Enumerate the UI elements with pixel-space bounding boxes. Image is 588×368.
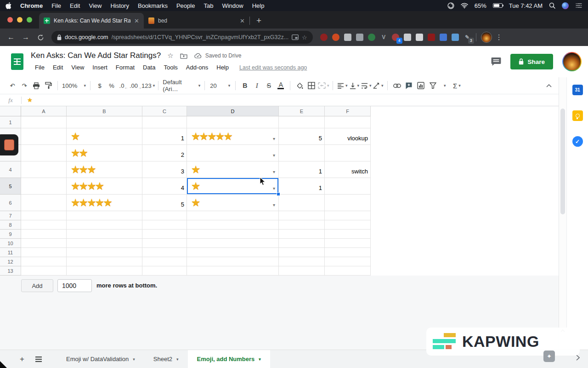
share-button[interactable]: Share (510, 54, 553, 69)
cell-C3[interactable]: 2 (142, 145, 187, 161)
menu-edit[interactable]: Edit (49, 63, 67, 72)
reload-button[interactable] (34, 34, 47, 41)
extension-icon-7[interactable]: 4 (392, 34, 400, 41)
wifi-icon[interactable] (461, 3, 468, 8)
cell-B11[interactable] (67, 248, 142, 257)
lock-icon[interactable] (57, 34, 62, 40)
formula-bar[interactable]: fx ★ (0, 94, 559, 106)
sheet-tab-menu-icon[interactable]: ▾ (176, 357, 179, 362)
cell-A6[interactable] (21, 195, 67, 211)
sheet-tab-menu-icon[interactable]: ▾ (259, 357, 261, 362)
cell-B12[interactable] (67, 257, 142, 266)
menubar-item-history[interactable]: History (110, 2, 129, 9)
borders-button[interactable] (305, 80, 317, 92)
scroll-tabs-right-icon[interactable] (576, 355, 580, 361)
row-header-8[interactable]: 8 (0, 220, 21, 230)
cell-D1[interactable] (187, 116, 279, 128)
row-header-9[interactable]: 9 (0, 230, 21, 239)
extension-icon-3[interactable] (344, 34, 352, 41)
row-header-13[interactable]: 13 (0, 266, 21, 276)
column-header-F[interactable]: F (325, 106, 371, 116)
insert-chart-button[interactable] (415, 80, 427, 92)
filter-button[interactable] (427, 80, 439, 92)
cell-F2[interactable]: vlookup (325, 128, 371, 145)
sheets-logo-icon[interactable] (11, 53, 23, 70)
cell-D9[interactable] (187, 230, 279, 239)
cell-C12[interactable] (142, 257, 187, 266)
screen-recorder-stop-overlay[interactable] (0, 134, 18, 155)
row-header-12[interactable]: 12 (0, 257, 21, 266)
grid[interactable]: ABCDEF12★1★★★★★▾5vlookup3★★2▾4★★★3★▾1swi… (0, 106, 371, 276)
browser-tab-bed[interactable]: bed ✕ (144, 13, 249, 29)
cell-D10[interactable] (187, 239, 279, 248)
cell-A2[interactable] (21, 128, 67, 145)
cell-D7[interactable] (187, 211, 279, 220)
extension-icon-11[interactable] (440, 34, 447, 41)
cell-C1[interactable] (142, 116, 187, 128)
add-rows-button[interactable]: Add (21, 279, 53, 292)
sheet-tab-emoji-add-numbers[interactable]: Emoji, add Numbers▾ (188, 350, 270, 368)
filter-views-button[interactable]: ▾ (439, 80, 451, 92)
extension-icon-4[interactable] (356, 34, 364, 41)
row-header-5[interactable]: 5 (0, 178, 21, 195)
new-tab-button[interactable]: + (253, 16, 265, 26)
cell-D2[interactable]: ★★★★★▾ (187, 128, 279, 145)
picture-in-picture-icon[interactable] (292, 34, 299, 40)
insert-link-button[interactable] (391, 80, 403, 92)
column-header-C[interactable]: C (142, 106, 187, 116)
data-validation-dropdown-icon[interactable]: ▾ (273, 186, 275, 191)
cell-C13[interactable] (142, 266, 187, 276)
zoom-select[interactable]: 100%▾ (61, 80, 87, 92)
vertical-scrollbar[interactable] (559, 77, 566, 350)
column-header-D[interactable]: D (187, 106, 279, 116)
move-to-folder-icon[interactable] (180, 53, 187, 59)
cell-B10[interactable] (67, 239, 142, 248)
cell-F13[interactable] (325, 266, 371, 276)
row-header-6[interactable]: 6 (0, 195, 21, 211)
row-header-11[interactable]: 11 (0, 248, 21, 257)
browser-menu-icon[interactable]: ⋮ (496, 33, 503, 41)
browser-tab-active[interactable]: Ken Asks: Can We Add Star Ra ✕ (39, 13, 144, 29)
extension-icon-6[interactable]: V (380, 34, 388, 41)
cell-E3[interactable] (279, 145, 325, 161)
cell-C5[interactable]: 4 (142, 178, 187, 195)
cell-F7[interactable] (325, 211, 371, 220)
comment-history-icon[interactable] (491, 57, 501, 66)
selection-fill-handle[interactable] (277, 192, 280, 196)
extension-icon-13[interactable]: ✎3 (464, 34, 471, 41)
column-header-A[interactable]: A (21, 106, 67, 116)
grid-corner[interactable] (0, 106, 21, 116)
menubar-item-window[interactable]: Window (222, 2, 243, 9)
cell-B4[interactable]: ★★★ (67, 161, 142, 178)
add-sheet-button[interactable]: + (14, 350, 30, 368)
extension-icon-10[interactable] (428, 34, 435, 41)
more-formats-button[interactable]: 123▾ (141, 80, 155, 92)
browser-profile-avatar[interactable] (481, 32, 492, 43)
sheet-tab-menu-icon[interactable]: ▾ (133, 357, 135, 362)
menu-insert[interactable]: Insert (88, 63, 112, 72)
cell-F9[interactable] (325, 230, 371, 239)
cell-F12[interactable] (325, 257, 371, 266)
menu-tools[interactable]: Tools (159, 63, 181, 72)
bold-button[interactable]: B (239, 80, 251, 92)
spotlight-search-icon[interactable] (549, 2, 555, 9)
cell-A1[interactable] (21, 116, 67, 128)
keep-icon[interactable] (572, 110, 583, 121)
tab-close-icon[interactable]: ✕ (240, 17, 245, 24)
cell-B8[interactable] (67, 220, 142, 230)
cell-B5[interactable]: ★★★★ (67, 178, 142, 195)
cell-A5[interactable] (21, 178, 67, 195)
menu-file[interactable]: File (31, 63, 49, 72)
cell-E2[interactable]: 5 (279, 128, 325, 145)
window-minimize-button[interactable] (17, 17, 23, 23)
font-family-select[interactable]: Default (Ari…▾ (162, 80, 201, 92)
cell-F3[interactable] (325, 145, 371, 161)
cell-C4[interactable]: 3 (142, 161, 187, 178)
forward-button[interactable]: → (19, 33, 32, 41)
extension-icon-12[interactable] (452, 34, 459, 41)
cell-D4[interactable]: ★▾ (187, 161, 279, 178)
cell-C10[interactable] (142, 239, 187, 248)
cell-A7[interactable] (21, 211, 67, 220)
cell-D3[interactable]: ▾ (187, 145, 279, 161)
cell-F11[interactable] (325, 248, 371, 257)
